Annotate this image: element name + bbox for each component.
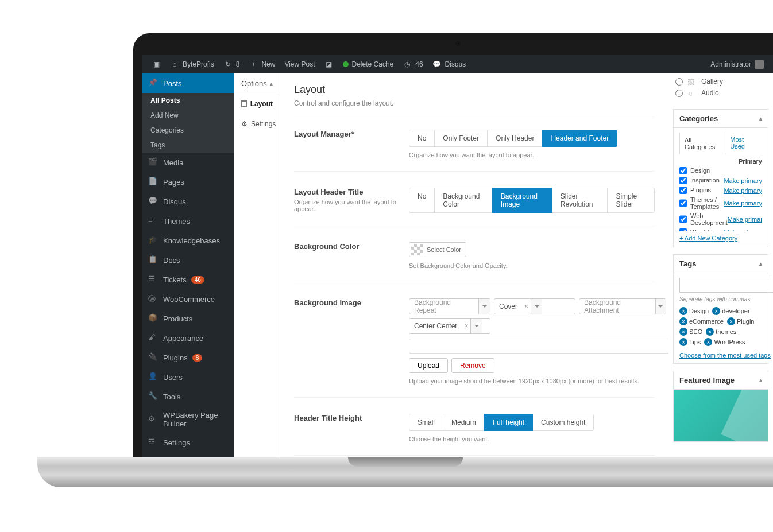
bg-f2-opt-0[interactable]: No — [409, 188, 435, 213]
tag-developer: ×developer — [712, 307, 749, 315]
tags-box: Tags▴ Add Separate tags with commas ×Des… — [673, 254, 768, 364]
new-link[interactable]: +New — [244, 55, 280, 73]
cat-checkbox[interactable] — [679, 177, 687, 184]
bg-f1-opt-0[interactable]: No — [409, 130, 435, 147]
comment-icon: 💬 — [148, 196, 159, 207]
menu-pages[interactable]: 📄Pages — [142, 172, 234, 192]
tags-head[interactable]: Tags▴ — [674, 255, 768, 273]
bg-f2-opt-3[interactable]: Slider Revolution — [552, 188, 608, 213]
bg-f5-opt-3[interactable]: Custom height — [532, 414, 594, 431]
make-primary-link[interactable]: Make primary — [724, 229, 762, 232]
woo-icon: Ⓦ — [148, 294, 159, 304]
bg-f5-opt-1[interactable]: Medium — [443, 414, 485, 431]
disqus-link[interactable]: 💬Disqus — [428, 55, 471, 73]
submenu-categories[interactable]: Categories — [142, 123, 234, 138]
cat-checkbox[interactable] — [679, 228, 687, 231]
gallery-icon: 🖼 — [687, 78, 697, 85]
menu-appearance[interactable]: 🖌Appearance — [142, 328, 234, 348]
brush-icon: 🖌 — [148, 333, 159, 343]
meta-sidebar: 🖼Gallery ♫Audio Categories▴ All Categori… — [668, 73, 773, 457]
tag-remove-icon[interactable]: × — [679, 338, 687, 346]
make-primary-link[interactable]: Make primary — [724, 177, 762, 184]
select-bg-size[interactable]: Cover× — [494, 298, 575, 314]
cat-checkbox[interactable] — [679, 167, 687, 174]
bg-f2-opt-4[interactable]: Simple Slider — [607, 188, 655, 213]
categories-head[interactable]: Categories▴ — [674, 110, 768, 128]
options-head[interactable]: Options▴ — [234, 73, 280, 94]
cat-checkbox[interactable] — [679, 187, 687, 194]
submenu-tags[interactable]: Tags — [142, 138, 234, 153]
add-category-link[interactable]: + Add New Category — [679, 235, 737, 242]
menu-woocommerce[interactable]: ⓌWooCommerce — [142, 289, 234, 309]
menu-knowledgebases[interactable]: 🎓Knowledgebases — [142, 231, 234, 250]
menu-posts[interactable]: 📌Posts — [142, 73, 234, 93]
upload-button[interactable]: Upload — [409, 358, 448, 373]
menu-settings[interactable]: ☲Settings — [142, 433, 234, 452]
bg-f1-opt-3[interactable]: Header and Footer — [542, 130, 617, 147]
bg-f1-opt-2[interactable]: Only Header — [487, 130, 543, 147]
tab-layout[interactable]: Layout — [234, 94, 280, 114]
site-link[interactable]: ⌂ByteProfis — [165, 55, 219, 73]
tab-settings[interactable]: ⚙Settings — [234, 114, 280, 134]
menu-seo[interactable]: ⓨSEO3 — [142, 452, 234, 457]
featured-image-head[interactable]: Featured Image▴ — [674, 371, 768, 390]
menu-themes[interactable]: ≡Themes — [142, 211, 234, 231]
cap-icon: 🎓 — [148, 235, 159, 246]
tag-remove-icon[interactable]: × — [679, 328, 687, 336]
bg-f1-opt-1[interactable]: Only Footer — [434, 130, 488, 147]
tag-remove-icon[interactable]: × — [727, 317, 735, 325]
menu-disqus[interactable]: 💬Disqus — [142, 192, 234, 211]
menu-docs[interactable]: 📋Docs — [142, 250, 234, 270]
tab-most-used[interactable]: Most Used — [725, 133, 762, 154]
submenu-all-posts[interactable]: All Posts — [142, 93, 234, 108]
menu-users[interactable]: 👤Users — [142, 367, 234, 387]
tags-hint: Separate tags with commas — [679, 296, 762, 302]
menu-wpbakery-page-builder[interactable]: ⚙WPBakery Page Builder — [142, 406, 234, 433]
clear-icon[interactable]: × — [522, 302, 531, 310]
updates-link[interactable]: ↻8 — [219, 55, 245, 73]
submenu-add-new[interactable]: Add New — [142, 108, 234, 123]
wp-logo-icon: ▣ — [152, 60, 161, 69]
format-gallery[interactable]: 🖼Gallery — [675, 76, 768, 87]
clear-icon[interactable]: × — [462, 322, 470, 330]
select-bg-pos[interactable]: Center Center× — [409, 318, 490, 334]
cache-link[interactable]: Delete Cache — [338, 55, 399, 73]
menu-media[interactable]: 🎬Media — [142, 153, 234, 172]
menu-plugins[interactable]: 🔌Plugins8 — [142, 348, 234, 367]
bg-f2-opt-1[interactable]: Background Color — [434, 188, 493, 213]
tag-remove-icon[interactable]: × — [679, 317, 687, 325]
tag-remove-icon[interactable]: × — [712, 307, 720, 315]
tag-remove-icon[interactable]: × — [704, 338, 712, 346]
make-primary-link[interactable]: Make primary — [724, 200, 762, 207]
tag-themes: ×themes — [706, 328, 736, 336]
select-bg-repeat[interactable]: Background Repeat — [409, 298, 490, 314]
bg-f2-opt-2[interactable]: Background Image — [492, 188, 552, 213]
yoast-link[interactable]: ◪ — [320, 55, 338, 73]
tag-remove-icon[interactable]: × — [679, 307, 687, 315]
menu-tickets[interactable]: ☰Tickets46 — [142, 270, 234, 289]
menu-tools[interactable]: 🔧Tools — [142, 387, 234, 406]
bg-f5-opt-0[interactable]: Small — [409, 414, 443, 431]
menu-products[interactable]: 📦Products — [142, 309, 234, 328]
perf-link[interactable]: ◷46 — [398, 55, 427, 73]
user-link[interactable]: Administrator — [706, 55, 768, 73]
select-bg-attach[interactable]: Background Attachment — [579, 298, 666, 314]
viewpost-link[interactable]: View Post — [280, 55, 319, 73]
yoast-icon: ◪ — [324, 60, 334, 69]
collapse-icon: ▴ — [759, 377, 762, 383]
color-picker[interactable]: Select Color — [409, 242, 466, 257]
remove-button[interactable]: Remove — [451, 358, 494, 373]
tag-remove-icon[interactable]: × — [706, 328, 714, 336]
bg-image-url-input[interactable] — [409, 339, 668, 354]
make-primary-link[interactable]: Make primary — [724, 187, 762, 194]
cat-checkbox[interactable] — [679, 212, 687, 226]
make-primary-link[interactable]: Make primary — [728, 216, 762, 223]
bg-f5-opt-2[interactable]: Full height — [484, 414, 533, 431]
tag-input[interactable] — [679, 278, 773, 293]
format-audio[interactable]: ♫Audio — [675, 87, 768, 99]
featured-image[interactable] — [674, 390, 768, 441]
wp-logo[interactable]: ▣ — [147, 55, 165, 73]
choose-tags-link[interactable]: Choose from the most used tags — [679, 352, 762, 359]
cat-checkbox[interactable] — [679, 196, 687, 210]
tab-all-categories[interactable]: All Categories — [679, 133, 725, 154]
